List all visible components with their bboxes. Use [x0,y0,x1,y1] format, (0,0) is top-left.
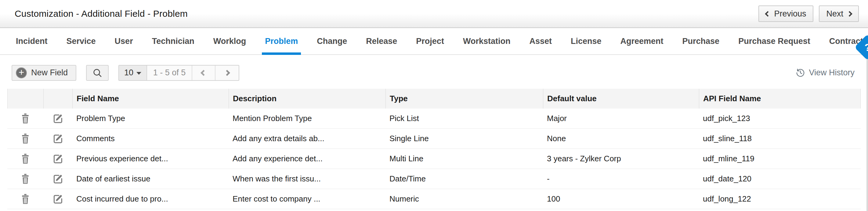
history-icon [796,68,805,77]
cell-field-name: Problem Type [72,109,228,128]
tab-worklog[interactable]: Worklog [213,28,246,54]
cell-type: Numeric [385,189,543,209]
tab-release[interactable]: Release [366,28,397,54]
trash-icon [21,134,30,144]
cell-type: Date/Time [385,169,543,189]
help-icon: ? [865,41,868,54]
view-history-link[interactable]: View History [796,68,855,77]
cell-type: Single Line [385,129,543,148]
cell-description: Mention Problem Type [228,109,385,128]
trash-icon [21,174,30,184]
chevron-left-icon [765,11,771,16]
page-previous-button[interactable] [192,66,215,80]
trash-icon [21,113,30,124]
column-header-field-name: Field Name [73,89,229,109]
edit-row-button[interactable] [53,113,63,124]
new-field-button-label: New Field [31,68,68,77]
cell-field-name: Cost incurred due to pro... [72,189,228,209]
tab-project[interactable]: Project [416,28,444,54]
delete-row-button[interactable] [21,134,30,144]
tab-purchase[interactable]: Purchase [682,28,720,54]
previous-button[interactable]: Previous [758,5,813,22]
cell-description: When was the first issu... [228,169,385,189]
cell-default-value: Major [543,109,699,128]
page-title: Customization - Additional Field - Probl… [14,8,188,19]
cell-api-field-name: udf_long_122 [699,189,861,209]
search-icon [92,68,102,78]
page-next-icon [224,70,230,76]
tab-incident[interactable]: Incident [16,28,48,54]
page-next-button[interactable] [215,66,239,80]
page-previous-icon [200,70,207,76]
cell-field-name: Date of earliest issue [72,169,228,189]
edit-icon [53,154,63,164]
delete-row-button[interactable] [21,194,30,204]
cell-default-value: 3 years - Zylker Corp [543,149,699,169]
tab-service[interactable]: Service [66,28,96,54]
tab-problem[interactable]: Problem [265,28,298,54]
caret-down-icon [136,72,141,75]
list-toolbar: + New Field 10 1 - 5 of 5 View History [0,55,868,89]
table-row: Date of earliest issue When was the firs… [7,169,861,189]
cell-api-field-name: udf_mline_119 [699,149,861,169]
additional-fields-table: Field Name Description Type Default valu… [7,89,861,209]
page-range-text: 1 - 5 of 5 [147,66,192,80]
tab-change[interactable]: Change [317,28,347,54]
tab-license[interactable]: License [571,28,601,54]
search-button[interactable] [86,65,108,81]
chevron-right-icon [847,11,852,16]
cell-field-name: Previous experience det... [72,149,228,169]
next-button[interactable]: Next [819,5,859,22]
cell-description: Enter cost to company ... [228,189,385,209]
column-header-edit [44,89,73,109]
delete-row-button[interactable] [21,174,30,184]
nav-buttons: Previous Next [758,5,859,22]
table-header-row: Field Name Description Type Default valu… [7,89,861,109]
next-button-label: Next [826,9,843,19]
edit-row-button[interactable] [53,134,63,144]
tab-agreement[interactable]: Agreement [620,28,663,54]
edit-icon [53,113,63,124]
tab-user[interactable]: User [115,28,133,54]
pagination-control: 10 1 - 5 of 5 [118,65,239,81]
edit-row-button[interactable] [53,194,63,204]
new-field-button[interactable]: + New Field [11,65,76,81]
cell-default-value: 100 [543,189,699,209]
delete-row-button[interactable] [21,113,30,124]
previous-button-label: Previous [774,9,806,19]
plus-icon: + [16,67,27,78]
cell-api-field-name: udf_sline_118 [699,129,861,148]
column-header-api-field-name: API Field Name [699,89,860,109]
trash-icon [21,154,30,164]
column-header-default-value: Default value [543,89,699,109]
delete-row-button[interactable] [21,154,30,164]
page-size-dropdown[interactable]: 10 [119,66,147,80]
cell-description: Add any experience det... [228,149,385,169]
edit-icon [53,194,63,204]
table-row: Comments Add any extra details ab... Sin… [7,129,861,149]
cell-default-value: None [543,129,699,148]
table-row: Problem Type Mention Problem Type Pick L… [7,109,861,129]
trash-icon [21,194,30,204]
column-header-description: Description [229,89,386,109]
column-header-type: Type [386,89,543,109]
cell-field-name: Comments [72,129,228,148]
title-bar: Customization - Additional Field - Probl… [0,0,868,28]
cell-api-field-name: udf_pick_123 [699,109,861,128]
page-size-value: 10 [124,68,133,77]
module-tab-bar: Incident Service User Technician Worklog… [0,28,868,55]
tab-technician[interactable]: Technician [152,28,194,54]
cell-default-value: - [543,169,699,189]
edit-icon [53,174,63,184]
edit-row-button[interactable] [53,174,63,184]
cell-description: Add any extra details ab... [228,129,385,148]
edit-row-button[interactable] [53,154,63,164]
view-history-label: View History [809,68,855,77]
table-row: Previous experience det... Add any exper… [7,149,861,169]
tab-workstation[interactable]: Workstation [463,28,510,54]
tab-asset[interactable]: Asset [529,28,552,54]
cell-type: Multi Line [385,149,543,169]
tab-purchase-request[interactable]: Purchase Request [738,28,810,54]
cell-type: Pick List [385,109,543,128]
edit-icon [53,134,63,144]
